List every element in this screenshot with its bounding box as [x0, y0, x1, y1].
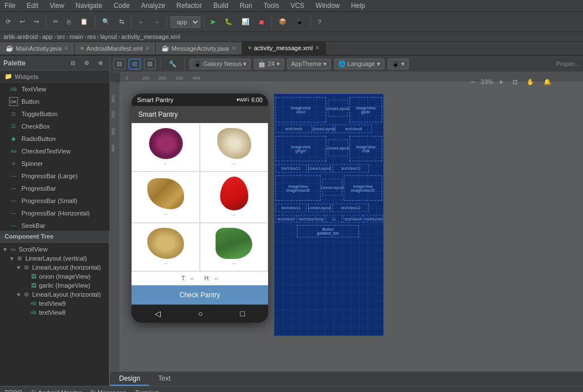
zoom-fit-btn[interactable]: ⊡: [509, 77, 521, 87]
breadcrumb-main[interactable]: main: [69, 33, 83, 40]
nav-back-btn[interactable]: ◁: [155, 309, 161, 318]
nav-home-btn[interactable]: ○: [198, 309, 203, 318]
palette-item-progressbar-small[interactable]: — ProgressBar (Small): [0, 195, 109, 207]
menu-navigate[interactable]: Navigate: [73, 1, 104, 10]
canvas-layout-btn[interactable]: ⊟: [113, 59, 125, 69]
stop-button[interactable]: ⏹: [255, 17, 268, 27]
api-level-dropdown[interactable]: 🤖 24 ▾: [254, 59, 283, 69]
toolbar-cut[interactable]: ✂: [50, 16, 62, 27]
tree-item-linearlayout-v[interactable]: ▼ ⊞ LinearLayout (vertical): [0, 254, 109, 263]
zoom-in-btn[interactable]: +: [496, 76, 507, 88]
breadcrumb-project[interactable]: artik-android: [3, 33, 38, 40]
help-button[interactable]: ?: [314, 17, 325, 27]
tree-item-garlic-imageview[interactable]: ▶ 🖼 garlic (ImageView): [0, 281, 109, 290]
menu-refactor[interactable]: Refactor: [174, 1, 204, 10]
tab-mainactivity[interactable]: ☕ MainActivity.java ✕: [0, 42, 74, 54]
tree-item-textview8[interactable]: ▶ Ab textView8: [0, 308, 109, 317]
tab-messageactivity-close[interactable]: ✕: [231, 45, 236, 51]
toolbar-replace[interactable]: ⇆: [116, 16, 128, 27]
palette-item-progressbar-horizontal[interactable]: — ProgressBar (Horizontal): [0, 207, 109, 219]
menu-file[interactable]: File: [2, 1, 17, 10]
tab-androidmanifest[interactable]: ⋄ AndroidManifest.xml ✕: [74, 42, 156, 54]
palette-settings-icon[interactable]: ⚙: [81, 58, 93, 68]
tab-text[interactable]: Text: [149, 372, 179, 386]
sdk-manager-button[interactable]: 📦: [275, 16, 290, 27]
palette-item-progressbar[interactable]: — ProgressBar: [0, 182, 109, 195]
menu-view[interactable]: View: [47, 1, 67, 10]
ruler-h-0: 0: [126, 76, 128, 81]
toolbar-copy[interactable]: ⎘: [64, 17, 74, 27]
bp-textview11: textView11: [275, 164, 306, 173]
orientation-dropdown[interactable]: 📱 ▾: [388, 59, 409, 69]
breadcrumb-src[interactable]: src: [57, 33, 65, 40]
menu-help[interactable]: Help: [349, 1, 367, 10]
tree-item-onion-imageview[interactable]: ▶ 🖼 onion (ImageView): [0, 272, 109, 281]
menu-build[interactable]: Build: [211, 1, 231, 10]
breadcrumb-app[interactable]: app: [42, 33, 52, 40]
menu-analyze[interactable]: Analyze: [139, 1, 168, 10]
tab-design[interactable]: Design: [110, 372, 149, 386]
canvas-design-btn[interactable]: ⊞: [129, 59, 141, 69]
breadcrumb-file[interactable]: activity_message.xml: [121, 33, 181, 40]
bp-imageview26: ImageView imageView26: [275, 175, 321, 201]
palette-resize-icon[interactable]: ⊟: [67, 58, 78, 68]
theme-dropdown[interactable]: AppTheme ▾: [287, 59, 331, 69]
zoom-out-btn[interactable]: −: [467, 76, 479, 88]
linearlayout-v-icon: ⊞: [16, 254, 24, 262]
palette-search-icon[interactable]: ⊕: [95, 58, 106, 68]
tree-item-linearlayout-h2[interactable]: ▼ ⊟ LinearLayout (horizontal): [0, 290, 109, 299]
menu-code[interactable]: Code: [111, 1, 132, 10]
canvas-blueprint-btn[interactable]: ⊟: [144, 59, 156, 69]
menu-edit[interactable]: Edit: [24, 1, 41, 10]
toolbar-find[interactable]: 🔍: [99, 16, 113, 27]
breadcrumb-res[interactable]: res: [87, 33, 96, 40]
toolbar-paste[interactable]: 📋: [77, 16, 91, 27]
menu-tools[interactable]: Tools: [261, 1, 282, 10]
palette-item-radiobutton[interactable]: ◉ RadioButton: [0, 133, 109, 145]
grid-item-ginger: --: [131, 171, 200, 223]
pan-btn[interactable]: ✋: [523, 77, 538, 87]
toolbar-undo[interactable]: ↩: [16, 16, 28, 27]
palette-item-textview[interactable]: Ab TextView: [0, 83, 109, 95]
toolbar-forward[interactable]: →: [150, 17, 163, 27]
coverage-button[interactable]: 📊: [238, 16, 253, 27]
canvas-magnet-btn[interactable]: 🔧: [165, 59, 180, 69]
palette-item-button[interactable]: OK Button: [0, 95, 109, 108]
status-android-monitor[interactable]: 6: Android Monitor: [32, 389, 82, 393]
run-config-dropdown[interactable]: app: [170, 16, 200, 28]
menu-run[interactable]: Run: [238, 1, 255, 10]
tree-item-linearlayout-h1[interactable]: ▼ ⊟ LinearLayout (horizontal): [0, 263, 109, 272]
status-todo[interactable]: TODO: [5, 389, 23, 393]
menu-window[interactable]: Window: [313, 1, 342, 10]
debug-button[interactable]: 🐛: [221, 16, 236, 27]
run-button[interactable]: ▶: [208, 16, 219, 27]
bp-imageview-garlic: ImageView garlic: [349, 97, 382, 122]
palette-item-checkedtextview[interactable]: Av CheckedTextView: [0, 145, 109, 157]
device-dropdown[interactable]: 📱 Galaxy Nexus ▾: [190, 59, 251, 69]
palette-item-progressbar-large[interactable]: — ProgressBar (Large): [0, 170, 109, 182]
language-dropdown[interactable]: 🌐 Language ▾: [334, 59, 384, 69]
tab-messageactivity[interactable]: ☕ MessageActivity.java ✕: [156, 42, 242, 54]
canvas-content[interactable]: Smart Pantry ▾WiFi 6:00 Smart Pantry: [120, 82, 583, 371]
breadcrumb-layout[interactable]: layout: [100, 33, 117, 40]
tab-mainactivity-close[interactable]: ✕: [64, 45, 68, 51]
avd-manager-button[interactable]: 📱: [292, 16, 307, 27]
toolbar-back[interactable]: ←: [135, 17, 148, 27]
tree-item-textview9[interactable]: ▶ Ab textView9: [0, 299, 109, 308]
toolbar-gradle-sync[interactable]: ⟳: [2, 16, 14, 27]
palette-item-spinner[interactable]: ≡ Spinner: [0, 157, 109, 170]
status-terminal[interactable]: Terminal: [135, 389, 159, 393]
notification-btn[interactable]: 🔔: [540, 77, 555, 87]
menu-vcs[interactable]: VCS: [288, 1, 307, 10]
palette-item-togglebutton[interactable]: ⊡ ToggleButton: [0, 108, 109, 120]
palette-item-checkbox[interactable]: ☑ CheckBox: [0, 120, 109, 133]
check-pantry-button[interactable]: Check Pantry: [131, 285, 268, 305]
nav-recents-btn[interactable]: □: [240, 309, 245, 318]
tab-activity-message-xml[interactable]: ⋄ activity_message.xml ✕: [242, 42, 326, 55]
tab-androidmanifest-close[interactable]: ✕: [145, 45, 150, 51]
status-messages[interactable]: 0: Messages: [91, 389, 126, 393]
tab-activity-message-xml-close[interactable]: ✕: [315, 45, 319, 51]
tree-item-scrollview[interactable]: ▼ ▭ ScrollView: [0, 245, 109, 254]
palette-item-seekbar[interactable]: — SeekBar: [0, 219, 109, 231]
toolbar-redo[interactable]: ↪: [30, 16, 42, 27]
